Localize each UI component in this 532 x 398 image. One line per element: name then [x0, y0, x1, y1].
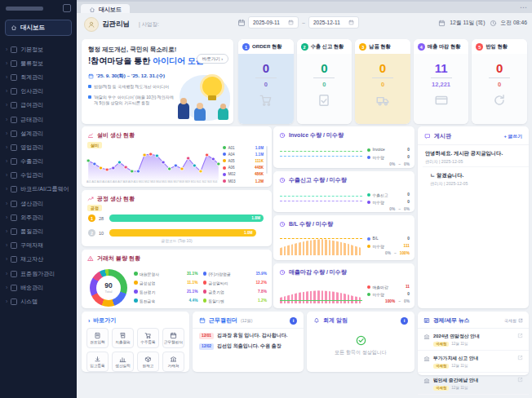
- shortcut-work-calendar[interactable]: 근무캘린더: [162, 328, 184, 348]
- sidebar-item-payroll[interactable]: ›급여관리: [0, 99, 77, 113]
- sidebar-item-production[interactable]: ›생산관리: [0, 197, 77, 210]
- news-item[interactable]: 법인세 중간예납 안내국세청12월 11일: [418, 373, 529, 395]
- status-card-sales-close[interactable]: 4매출 마감 현황 11 12,221: [414, 39, 469, 124]
- sidebar-item-import[interactable]: ›수입관리: [0, 169, 77, 183]
- badge-number: 3: [359, 43, 366, 51]
- workplace-label: | 사업장:: [139, 21, 159, 29]
- sidebar-item-system[interactable]: ›시스템: [0, 294, 77, 308]
- import-icon: [11, 172, 17, 179]
- sidebar-item-attendance[interactable]: ›근태관리: [0, 113, 77, 126]
- calendar-icon: [88, 73, 94, 79]
- legend-item: A06448K: [223, 165, 264, 171]
- status-value: 0: [379, 62, 386, 74]
- export-declaration-line-chart[interactable]: [278, 189, 364, 208]
- cart-icon: [259, 93, 273, 108]
- chevron-right-icon: ›: [6, 173, 7, 178]
- shortcut-voucher-entry[interactable]: 전표입력: [86, 328, 109, 348]
- chevron-right-icon: ›: [6, 299, 7, 304]
- invoice-line-chart[interactable]: [278, 144, 364, 164]
- status-card-delivery[interactable]: 3납품 현황 0 0: [355, 39, 410, 124]
- chart-title: 설비 생산 현황: [97, 131, 135, 139]
- news-item[interactable]: 2024년 연말정산 안내국세청12월 11일: [418, 329, 529, 351]
- equip-line-chart[interactable]: [86, 148, 220, 180]
- info-icon[interactable]: i: [401, 317, 408, 325]
- calendar-icon[interactable]: [288, 20, 294, 25]
- external-link-icon[interactable]: [517, 355, 523, 360]
- sidebar-item-hr[interactable]: ›인사관리: [0, 85, 77, 99]
- legend-item: (주)가람정공15.9%: [203, 269, 268, 278]
- donut-total-value: 90: [104, 282, 112, 290]
- bank-icon: [423, 334, 430, 340]
- chevron-right-icon: ›: [6, 117, 7, 122]
- credit-card-icon: [434, 93, 449, 108]
- write-post-button[interactable]: + 글쓰기: [504, 133, 522, 140]
- legend-color-dot: [223, 173, 226, 176]
- legend-item: 금호기업7.8%: [203, 287, 268, 296]
- sidebar-item-inventory[interactable]: ›재고자산: [0, 253, 77, 267]
- chat-icon: [424, 133, 431, 139]
- sidebar-item-accounting[interactable]: ›회계관리: [0, 70, 77, 84]
- shortcut-current-stock[interactable]: 현재고: [137, 352, 159, 372]
- sidebar-item-basic-info[interactable]: ›기본정보: [0, 42, 77, 56]
- sidebar-item-export[interactable]: ›수출관리: [0, 155, 77, 169]
- entry-date-badge: 12/02: [199, 343, 214, 350]
- sidebar-item-barcode-ai-groupware[interactable]: ›바코드/AI/그룹웨어: [0, 183, 77, 197]
- shortcut-production-results[interactable]: 생산실적: [112, 352, 134, 372]
- sidebar-collapse-icon[interactable]: [63, 4, 71, 12]
- chart-icon: [119, 356, 126, 363]
- sidebar-item-quality[interactable]: ›품질관리: [0, 224, 77, 238]
- shortcut-expense-report[interactable]: 지출결의: [112, 328, 134, 348]
- calendar-icon: [438, 20, 446, 27]
- sidebar-item-outsourcing[interactable]: ›외주관리: [0, 210, 77, 224]
- external-link-icon[interactable]: [517, 377, 523, 383]
- badge-number: 5: [476, 43, 483, 51]
- vendor-defect-chart-card: 거래처 불량 현황 90Total 대현문영사31.1% 금성상업11.1% 동…: [82, 250, 272, 308]
- tab-more-button[interactable]: ⋯: [520, 3, 528, 11]
- status-value: 0: [321, 62, 327, 74]
- status-card-order[interactable]: 1ORDER 현황 0 0: [238, 39, 294, 124]
- date-to-input[interactable]: 2025-12-11: [308, 16, 359, 29]
- bl-bar-chart[interactable]: [278, 233, 364, 256]
- sidebar-item-dashboard[interactable]: 대시보드: [5, 20, 72, 36]
- percent-range: 0%~0%: [367, 162, 410, 166]
- chart-title: Invoice 수량 / 미수량: [289, 131, 344, 139]
- avatar[interactable]: [84, 17, 99, 32]
- invoice-chart-card: Invoice 수량 / 미수량 Invoice0 미수량0 0%~0%: [273, 126, 415, 168]
- calendar-entry[interactable]: 12/01 김과장 휴일 입니다. 감사합니다.: [193, 329, 304, 339]
- shortcut-receiving-register[interactable]: 입고등록: [86, 352, 109, 372]
- doc-icon: [11, 271, 17, 277]
- sidebar-item-standard-cost[interactable]: ›표준원가관리: [0, 267, 77, 281]
- news-source-link[interactable]: 국세청: [504, 318, 523, 323]
- legend-scrollbar[interactable]: [266, 146, 268, 174]
- defect-donut-chart[interactable]: 90Total: [90, 269, 127, 307]
- calendar-icon[interactable]: [348, 20, 354, 25]
- sales-close-bar-chart[interactable]: [278, 281, 364, 304]
- calendar-icon: [170, 332, 177, 339]
- board-post[interactable]: 안녕하세요. 게시판 공지글입니다. 관리자 | 2025-12-05: [418, 145, 529, 166]
- sidebar-item-purchasing[interactable]: ›구매자재: [0, 239, 77, 253]
- sidebar-item-logistics-info[interactable]: ›물류정보: [0, 56, 77, 70]
- truck-icon: [375, 93, 390, 108]
- board-reply[interactable]: ㄴ 알겠습니다. 관리자 | 2025-12-05: [423, 166, 529, 188]
- shortcut-vendors[interactable]: 거래처: [162, 352, 184, 372]
- status-card-carry-in[interactable]: 5반입 현황 0 0: [472, 39, 527, 124]
- banner-cta-button[interactable]: 바로가기 ›: [197, 54, 228, 64]
- shortcut-order-register[interactable]: 수주등록: [137, 328, 159, 348]
- chevron-right-icon: ›: [6, 103, 7, 108]
- sidebar-item-design[interactable]: ›설계관리: [0, 126, 77, 140]
- status-card-export-declaration[interactable]: 2수출 신고 현황 0 0: [297, 39, 352, 124]
- sidebar-item-sales[interactable]: ›영업관리: [0, 140, 77, 154]
- chevron-right-icon: ›: [6, 187, 7, 192]
- news-badge: 국세청: [433, 386, 449, 391]
- status-card-row: 1ORDER 현황 0 0 2수출 신고 현황 0 0 3납품 현황: [238, 39, 527, 124]
- legend-item: 미수량0: [367, 153, 410, 161]
- news-item[interactable]: 부가가치세 신고 안내국세청12월 11일: [418, 351, 529, 373]
- process-production-chart-card: 공정 생산 현황 공정 1 28 1.8M 2 10 1.0M 공정코드 (To…: [82, 190, 272, 246]
- promo-banner[interactable]: 행정 제도개선, 국민의 목소리로! !참여마당을 통한 아이디어 모집 '25…: [82, 39, 233, 124]
- date-from-input[interactable]: 2025-09-11: [248, 16, 299, 29]
- calendar-entry[interactable]: 12/02 김선임 외출입니다. 수원 출장: [193, 339, 304, 350]
- info-icon[interactable]: i: [290, 317, 297, 325]
- external-link-icon[interactable]: [517, 333, 523, 338]
- sidebar-item-shipping[interactable]: ›배송관리: [0, 281, 77, 294]
- badge-number: 2: [301, 43, 308, 51]
